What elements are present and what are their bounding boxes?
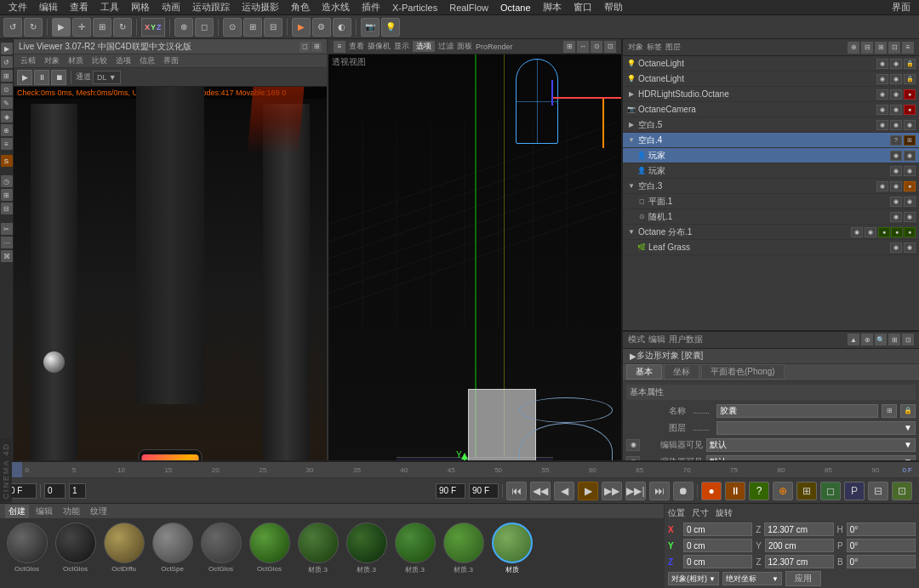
obj-row-11[interactable]: ▼ Octane 分布.1 ◉ ◉ ● ● ● — [623, 225, 919, 240]
lv-tab-interface[interactable]: 界面 — [160, 55, 182, 66]
obj-top-icon-2[interactable]: 标签 — [647, 42, 662, 53]
obj-flag-5-b[interactable]: ⊞ — [904, 135, 916, 146]
toolbar-grid[interactable]: ⊞ — [243, 18, 262, 37]
pb-octane-9[interactable]: ⊡ — [892, 482, 912, 500]
menu-script[interactable]: 脚本 — [538, 0, 567, 14]
vp-tab-display[interactable]: 显示 — [394, 41, 409, 52]
obj-flag-6-b[interactable]: ◉ — [904, 151, 916, 161]
obj-ctrl-5[interactable]: ≡ — [902, 42, 914, 54]
toolbar-render-to-po[interactable]: ◐ — [333, 18, 351, 37]
obj-flag-3-a[interactable]: ◉ — [876, 105, 888, 115]
toolbar-guide[interactable]: ⊟ — [264, 18, 283, 37]
obj-flag-12-b[interactable]: ◉ — [904, 243, 916, 253]
pb-btn-last[interactable]: ⏭ — [649, 482, 670, 500]
mat-item-8[interactable]: 材质.3 — [391, 522, 438, 585]
prop-editor-circle[interactable]: ◉ — [626, 439, 640, 451]
obj-flag-11-g3[interactable]: ● — [904, 227, 916, 237]
vp-tab-camera[interactable]: 摄像机 — [368, 41, 391, 52]
prop-layer-dropdown[interactable]: ▼ — [716, 421, 916, 435]
obj-flag-1-render[interactable]: ◉ — [890, 74, 902, 84]
mat-item-0[interactable]: OctGlos — [3, 522, 50, 585]
menu-waterline[interactable]: 造水线 — [317, 0, 355, 14]
obj-row-6[interactable]: 👤 玩家 ◉ ◉ — [623, 148, 919, 163]
obj-row-5[interactable]: ▼ 空白.4 ? ⊞ — [623, 133, 919, 148]
coord-y-pos[interactable]: 0 cm — [683, 539, 752, 552]
obj-flag-8-orange[interactable]: ● — [904, 181, 916, 191]
pb-octane-8[interactable]: ⊟ — [868, 482, 888, 500]
lv-tab-object[interactable]: 对象 — [41, 55, 63, 66]
lv-btn-play[interactable]: ▶ — [17, 70, 32, 85]
vp-tab-filter[interactable]: 过滤 — [438, 41, 454, 52]
obj-flag-4-b[interactable]: ◉ — [890, 120, 902, 130]
lv-tab-options[interactable]: 选项 — [112, 55, 134, 66]
vp-icon-3[interactable]: ⊙ — [591, 41, 602, 53]
obj-row-0[interactable]: 💡 OctaneLight ◉ ◉ 🔒 — [623, 56, 919, 71]
obj-flag-4-a[interactable]: ◉ — [876, 120, 888, 130]
pb-octane-3[interactable]: ? — [749, 482, 769, 500]
obj-flag-2-a[interactable]: ◉ — [876, 89, 888, 100]
pb-octane-1[interactable]: ● — [701, 482, 722, 500]
obj-flag-11-a[interactable]: ◉ — [851, 227, 863, 237]
left-icon-7[interactable]: ⊕ — [1, 124, 13, 136]
obj-row-12[interactable]: 🌿 Leaf Grass ◉ ◉ — [623, 240, 919, 255]
obj-ctrl-1[interactable]: ⊕ — [848, 42, 859, 54]
left-icon-s[interactable]: S — [1, 155, 13, 167]
menu-tools[interactable]: 工具 — [95, 0, 124, 14]
menu-edit[interactable]: 编辑 — [34, 0, 63, 14]
left-icon-5[interactable]: ✎ — [1, 97, 13, 109]
pb-octane-5[interactable]: ⊞ — [796, 482, 817, 500]
prop-icon-5[interactable]: ⊡ — [902, 334, 914, 345]
pb-btn-first[interactable]: ⏮ — [506, 482, 527, 500]
pb-btn-record[interactable]: ⏺ — [673, 482, 694, 500]
obj-flag-vis[interactable]: ◉ — [876, 59, 888, 69]
obj-flag-render[interactable]: ◉ — [890, 59, 902, 69]
prop-icon-1[interactable]: ▲ — [848, 334, 859, 345]
pb-octane-6[interactable]: ◻ — [820, 482, 841, 500]
mat-item-6[interactable]: 材质.3 — [294, 522, 341, 585]
menu-file[interactable]: 文件 — [3, 0, 32, 14]
obj-row-4[interactable]: ▶ 空白.5 ◉ ◉ ◉ — [623, 117, 919, 133]
prop-name-lock[interactable]: 🔒 — [900, 404, 916, 418]
left-icon-6[interactable]: ◈ — [1, 111, 13, 123]
obj-flag-1-lock[interactable]: 🔒 — [904, 74, 916, 84]
obj-flag-3-red[interactable]: ● — [904, 105, 916, 115]
mat-item-4[interactable]: OctGlos — [197, 522, 244, 585]
toolbar-rotate[interactable]: ↻ — [113, 18, 132, 37]
left-icon-11[interactable]: ⊟ — [1, 203, 13, 214]
obj-row-1[interactable]: 💡 OctaneLight ◉ ◉ 🔒 — [623, 71, 919, 87]
obj-row-9[interactable]: ◻ 平面.1 ◉ ◉ — [623, 194, 919, 209]
obj-flag-10-a[interactable]: ◉ — [890, 212, 902, 222]
obj-flag-2-red[interactable]: ● — [904, 89, 916, 100]
menu-view[interactable]: 查看 — [65, 0, 94, 14]
pb-btn-prev[interactable]: ◀ — [554, 482, 574, 500]
coord-z-size[interactable]: 12.307 cm — [765, 555, 834, 568]
left-icon-14[interactable]: ⌘ — [1, 250, 13, 262]
lv-tab-material[interactable]: 材质 — [65, 55, 87, 66]
lv-btn-pause[interactable]: ⏸ — [34, 70, 49, 85]
prop-icon-2[interactable]: ⊕ — [861, 334, 873, 345]
vp-icon-2[interactable]: ↔ — [577, 41, 589, 53]
vp-tab-prorender[interactable]: ProRender — [476, 43, 513, 51]
vp-tab-options[interactable]: 选项 — [413, 41, 435, 52]
obj-flag-11-g1[interactable]: ● — [878, 227, 890, 237]
coords-dropdown-1[interactable]: 对象(相对) ▼ — [668, 572, 719, 585]
toolbar-render[interactable]: ▶ — [292, 18, 311, 37]
mat-item-3[interactable]: OctSpe — [149, 522, 196, 585]
mat-item-7[interactable]: 材质.3 — [343, 522, 390, 585]
toolbar-undo[interactable]: ↺ — [3, 18, 22, 37]
frame-current-input[interactable] — [44, 483, 66, 499]
prop-tab-edit[interactable]: 编辑 — [648, 334, 665, 345]
pb-btn-play[interactable]: ▶ — [578, 482, 598, 500]
prop-editor-vis-dropdown[interactable]: 默认 ▼ — [706, 438, 916, 452]
toolbar-object[interactable]: ◻ — [195, 18, 214, 37]
live-viewer-btn-2[interactable]: ⊞ — [311, 42, 322, 52]
obj-row-2[interactable]: ▶ HDRLightStudio.Octane ◉ ◉ ● — [623, 87, 919, 102]
mat-item-1[interactable]: OctGlos — [52, 522, 99, 585]
frame-sub-input[interactable] — [69, 483, 86, 499]
menu-layout[interactable]: 界面 — [887, 0, 916, 14]
toolbar-world[interactable]: ⊕ — [174, 18, 193, 37]
menu-realflow[interactable]: RealFlow — [444, 2, 494, 14]
frame-fps-input[interactable] — [469, 483, 499, 499]
pb-btn-next[interactable]: ▶▶ — [602, 482, 622, 500]
coord-x-pos[interactable]: 0 cm — [683, 522, 752, 536]
